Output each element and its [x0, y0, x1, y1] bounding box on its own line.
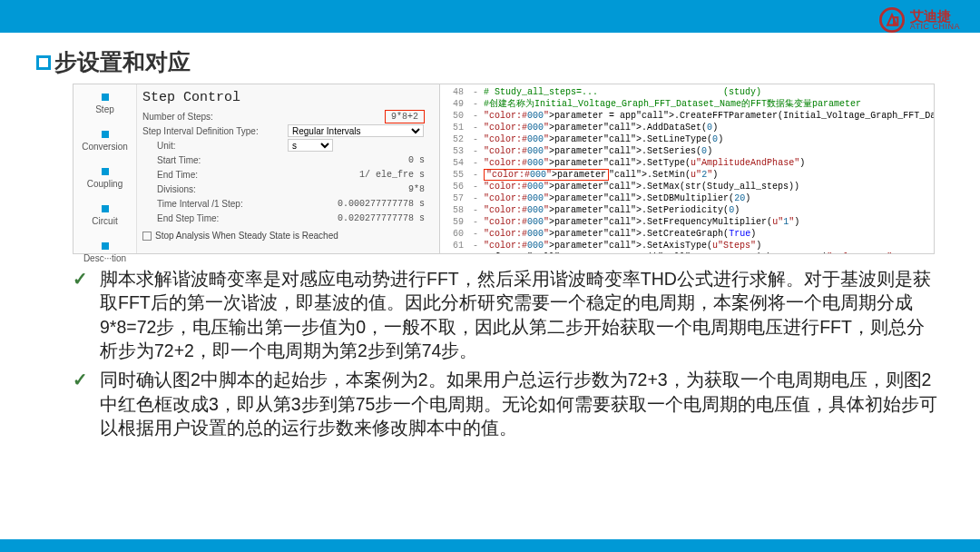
end-step-value: 0.020277777778 s	[288, 213, 432, 223]
divisions-value[interactable]: 9*8	[288, 184, 432, 194]
step-control-heading: Step Control	[142, 90, 432, 105]
row-start: Start Time:0 s	[142, 153, 432, 167]
time-interval-value: 0.000277777778 s	[288, 199, 432, 209]
checkbox-icon	[142, 232, 152, 241]
start-time-value[interactable]: 0 s	[288, 155, 432, 165]
code-line: 61 - "color:#000">parameter"call">.SetAx…	[444, 240, 930, 251]
svg-point-0	[880, 8, 903, 31]
code-line: 52 - "color:#000">parameter"call">.SetLi…	[444, 133, 930, 145]
row-div: Divisions:9*8	[142, 182, 432, 196]
explanation-list: ✓脚本求解谐波畸变率是对感应电动势进行FFT，然后采用谐波畸变率THD公式进行求…	[73, 267, 939, 445]
code-line: 48 - # Study_all_steps=... (study)	[444, 86, 930, 98]
check-icon: ✓	[73, 368, 91, 439]
stop-analysis-checkbox[interactable]: Stop Analysis When Steady State is Reach…	[142, 231, 432, 241]
row-num-steps: Number of Steps: 9*8+2	[142, 109, 432, 123]
panel-tabs: Step Conversion Coupling Circuit Desc···…	[74, 84, 137, 253]
brand-logo-icon	[879, 7, 905, 33]
code-line: 62 - ref2=app"call">.GetDataManager()"ca…	[444, 251, 930, 254]
row-endstep: End Step Time:0.020277777778 s	[142, 211, 432, 225]
header-bar	[0, 0, 980, 33]
code-line: 49 - #创建名称为Initial_Voltage_Graph_FFT_Dat…	[444, 98, 930, 110]
interval-def-select[interactable]: Regular Intervals	[288, 124, 424, 137]
code-line: 53 - "color:#000">parameter"call">.SetSe…	[444, 145, 930, 157]
code-line: 56 - "color:#000">parameter"call">.SetMa…	[444, 181, 930, 192]
bullet-2: ✓同时确认图2中脚本的起始步，本案例为2。如果用户总运行步数为72+3，为获取一…	[73, 368, 939, 439]
slide-title-text: 步设置和对应	[54, 47, 191, 77]
brand-name-cn: 艾迪捷	[910, 9, 960, 23]
code-line: 60 - "color:#000">parameter"call">.SetCr…	[444, 228, 930, 240]
row-unit: Unit:s	[142, 138, 432, 153]
slide-title: 步设置和对应	[36, 47, 191, 77]
row-end: End Time:1/ ele_fre s	[142, 167, 432, 182]
tab-circuit[interactable]: Circuit	[74, 200, 136, 237]
step-control-panel: Step Conversion Coupling Circuit Desc···…	[73, 84, 440, 254]
code-line: 58 - "color:#000">parameter"call">.SetPe…	[444, 204, 930, 216]
code-line: 54 - "color:#000">parameter"call">.SetTy…	[444, 157, 930, 169]
script-code-panel: 48 - # Study_all_steps=... (study)49 - #…	[440, 84, 935, 254]
row-interval: Time Interval /1 Step:0.000277777778 s	[142, 196, 432, 211]
code-line: 59 - "color:#000">parameter"call">.SetFr…	[444, 216, 930, 228]
code-line: 50 - "color:#000">parameter = app"call">…	[444, 110, 930, 122]
title-bullet-icon	[36, 55, 51, 70]
end-time-value[interactable]: 1/ ele_fre s	[288, 170, 432, 180]
check-icon: ✓	[73, 267, 91, 362]
tab-conversion[interactable]: Conversion	[74, 125, 136, 163]
step-control-body: Step Control Number of Steps: 9*8+2 Step…	[137, 84, 439, 253]
tab-step[interactable]: Step	[74, 88, 136, 125]
screenshot-area: Step Conversion Coupling Circuit Desc···…	[73, 84, 935, 254]
unit-select[interactable]: s	[288, 139, 333, 152]
footer-bar	[0, 539, 980, 552]
tab-coupling[interactable]: Coupling	[74, 163, 136, 200]
brand-logo: 艾迪捷 ATIC CHINA	[879, 7, 960, 33]
row-interval-def: Step Interval Definition Type: Regular I…	[142, 123, 432, 138]
brand-name-en: ATIC CHINA	[910, 23, 960, 31]
num-steps-value[interactable]: 9*8+2	[385, 110, 425, 123]
bullet-1: ✓脚本求解谐波畸变率是对感应电动势进行FFT，然后采用谐波畸变率THD公式进行求…	[73, 267, 939, 362]
code-line: 51 - "color:#000">parameter"call">.AddDa…	[444, 122, 930, 133]
code-line: 55 - "color:#000">parameter"call">.SetMi…	[444, 169, 930, 181]
code-line: 57 - "color:#000">parameter"call">.SetDB…	[444, 192, 930, 204]
